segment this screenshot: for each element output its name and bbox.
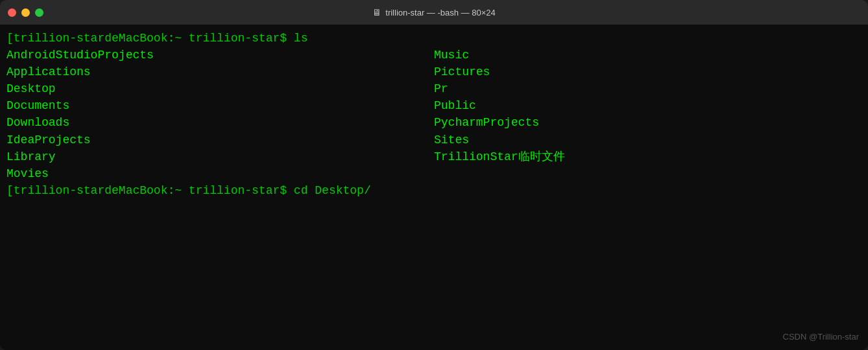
list-item: Downloads — [6, 114, 434, 131]
prompt-cd: [trillion-stardeMacBook:~ trillion-star$… — [6, 182, 862, 199]
ls-col2: Music Pictures Pr Public PycharmProjects… — [434, 47, 862, 182]
title-label: trillion-star — -bash — 80×24 — [385, 8, 495, 18]
close-button[interactable] — [8, 8, 16, 17]
list-item: TrillionStar临时文件 — [434, 148, 862, 165]
ls-col1: AndroidStudioProjects Applications Deskt… — [6, 47, 434, 182]
list-item: Desktop — [6, 80, 434, 97]
list-item: Documents — [6, 97, 434, 114]
ls-output: AndroidStudioProjects Applications Deskt… — [6, 47, 862, 182]
list-item: Pictures — [434, 64, 862, 80]
terminal-body[interactable]: [trillion-stardeMacBook:~ trillion-star$… — [0, 25, 868, 350]
list-item: Public — [434, 97, 862, 114]
list-item: Sites — [434, 132, 862, 148]
minimize-button[interactable] — [21, 8, 30, 17]
watermark: CSDN @Trillion-star — [783, 331, 859, 344]
prompt-ls: [trillion-stardeMacBook:~ trillion-star$… — [6, 30, 862, 47]
list-item: IdeaProjects — [6, 132, 434, 148]
maximize-button[interactable] — [35, 8, 43, 17]
title-icon: 🖥 — [372, 7, 381, 18]
terminal-window: 🖥 trillion-star — -bash — 80×24 [trillio… — [0, 0, 868, 350]
list-item: Applications — [6, 64, 434, 80]
list-item: Music — [434, 47, 862, 64]
titlebar: 🖥 trillion-star — -bash — 80×24 — [0, 0, 868, 25]
list-item: Pr — [434, 80, 862, 97]
list-item: PycharmProjects — [434, 114, 862, 131]
list-item: Library — [6, 148, 434, 165]
list-item: Movies — [6, 165, 434, 182]
window-title: 🖥 trillion-star — -bash — 80×24 — [372, 7, 495, 18]
traffic-lights — [8, 8, 43, 17]
list-item: AndroidStudioProjects — [6, 47, 434, 64]
